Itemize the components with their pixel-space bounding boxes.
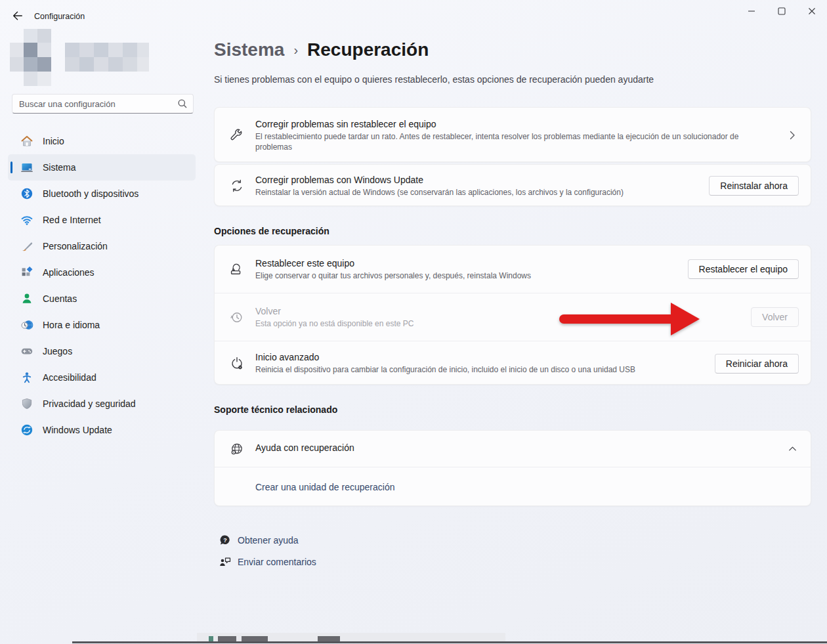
sidebar-item-sistema[interactable]: Sistema	[8, 154, 196, 181]
sidebar-item-label: Aplicaciones	[43, 267, 95, 278]
recovery-drive-link-row: Crear una unidad de recuperación	[215, 467, 811, 506]
section-label-support: Soporte técnico relacionado	[214, 404, 337, 415]
get-help-icon: ?	[219, 534, 231, 546]
cutoff-window-artifact	[218, 636, 236, 641]
globe-help-icon	[229, 441, 245, 457]
row-reset-pc: Restablecer este equipo Elige conservar …	[215, 246, 811, 293]
sidebar-item-inicio[interactable]: Inicio	[8, 128, 196, 154]
cutoff-window-artifact	[318, 636, 340, 641]
card-title: Corregir problemas sin restablecer el eq…	[255, 119, 776, 129]
network-icon	[20, 213, 34, 227]
recovery-options-group: Restablecer este equipo Elige conservar …	[214, 245, 811, 385]
create-recovery-drive-link[interactable]: Crear una unidad de recuperación	[255, 482, 394, 492]
go-back-button[interactable]: Volver	[751, 307, 799, 327]
sync-icon	[229, 178, 245, 194]
support-group: Ayuda con recuperación Crear una unidad …	[214, 430, 811, 506]
sidebar-item-label: Inicio	[43, 136, 64, 146]
cutoff-window-edge	[72, 641, 827, 643]
sidebar-item-accesibilidad[interactable]: Accesibilidad	[8, 364, 196, 391]
bluetooth-icon	[20, 186, 34, 201]
row-go-back: Volver Esta opción ya no está disponible…	[215, 293, 811, 341]
sidebar-nav: Inicio Sistema Bluetooth y dispositivos …	[0, 128, 203, 443]
app-title: Configuración	[34, 12, 85, 21]
card-fix-without-reset[interactable]: Corregir problemas sin restablecer el eq…	[214, 107, 811, 162]
advanced-startup-icon	[229, 356, 245, 372]
sidebar-item-aplicaciones[interactable]: Aplicaciones	[8, 259, 196, 286]
restart-now-button[interactable]: Reiniciar ahora	[715, 354, 799, 374]
send-feedback-link[interactable]: Enviar comentarios	[214, 551, 316, 572]
maximize-icon	[778, 7, 786, 15]
sidebar-item-label: Accesibilidad	[43, 372, 96, 383]
sidebar-item-label: Privacidad y seguridad	[43, 398, 136, 409]
footer-link-label: Obtener ayuda	[238, 535, 299, 546]
main-content: Sistema › Recuperación Si tienes problem…	[203, 30, 827, 644]
sidebar-item-cuentas[interactable]: Cuentas	[8, 286, 196, 312]
sidebar-item-privacidad[interactable]: Privacidad y seguridad	[8, 391, 196, 417]
reset-pc-button[interactable]: Restablecer el equipo	[688, 259, 799, 279]
sidebar-item-label: Hora e idioma	[43, 320, 100, 330]
row-description: Esta opción ya no está disponible en est…	[255, 318, 742, 329]
cutoff-window-artifact	[242, 636, 268, 641]
sidebar-item-label: Red e Internet	[43, 215, 101, 225]
home-icon	[20, 134, 34, 148]
back-button[interactable]	[9, 9, 26, 23]
row-description: Elige conservar o quitar tus archivos pe…	[255, 270, 679, 281]
games-icon	[20, 344, 34, 358]
search-input[interactable]	[12, 94, 194, 114]
history-icon	[229, 309, 245, 325]
breadcrumb-separator-icon: ›	[293, 43, 298, 58]
sidebar-item-label: Personalización	[43, 241, 108, 251]
wrench-icon	[229, 127, 245, 143]
page-title: Recuperación	[307, 39, 429, 60]
row-title: Restablecer este equipo	[255, 258, 679, 268]
close-icon	[808, 7, 816, 15]
accessibility-icon	[20, 370, 34, 385]
apps-icon	[20, 265, 34, 280]
sidebar-item-label: Cuentas	[43, 293, 77, 304]
footer-links: ? Obtener ayuda Enviar comentarios	[214, 529, 316, 572]
maximize-button[interactable]	[767, 0, 797, 22]
sidebar-item-red[interactable]: Red e Internet	[8, 207, 196, 233]
title-bar: Configuración	[0, 0, 827, 30]
sidebar-item-windows-update[interactable]: Windows Update	[8, 417, 196, 443]
accounts-icon	[20, 291, 34, 306]
expander-title: Ayuda con recuperación	[255, 442, 776, 453]
close-button[interactable]	[797, 0, 827, 22]
privacy-icon	[20, 397, 34, 411]
sidebar-item-hora[interactable]: Hora e idioma	[8, 312, 196, 338]
reinstall-now-button[interactable]: Reinstalar ahora	[709, 176, 799, 196]
sidebar-item-personalizacion[interactable]: Personalización	[8, 233, 196, 259]
sidebar-item-label: Juegos	[43, 346, 72, 356]
get-help-link[interactable]: ? Obtener ayuda	[214, 529, 316, 551]
sidebar: Inicio Sistema Bluetooth y dispositivos …	[0, 30, 203, 644]
sidebar-item-label: Bluetooth y dispositivos	[43, 188, 138, 199]
minimize-icon	[748, 7, 755, 15]
breadcrumb-parent[interactable]: Sistema	[214, 39, 284, 60]
row-title: Volver	[255, 306, 742, 316]
help-expander[interactable]: Ayuda con recuperación	[215, 431, 811, 467]
back-arrow-icon	[12, 10, 24, 22]
page-subtitle: Si tienes problemas con el equipo o quie…	[214, 74, 654, 85]
selected-accent-bar	[11, 161, 12, 173]
sidebar-item-juegos[interactable]: Juegos	[8, 338, 196, 364]
windows-update-icon	[20, 423, 34, 437]
card-description: El restablecimiento puede tardar un rato…	[255, 131, 776, 152]
time-language-icon	[20, 318, 34, 332]
personalization-icon	[20, 239, 34, 253]
chevron-right-icon	[786, 130, 799, 140]
cutoff-window-artifact	[209, 636, 213, 641]
sidebar-item-label: Windows Update	[43, 425, 112, 435]
chevron-up-icon	[786, 444, 799, 454]
row-description: Reinicia el dispositivo para cambiar la …	[255, 364, 706, 375]
sidebar-item-bluetooth[interactable]: Bluetooth y dispositivos	[8, 181, 196, 207]
card-description: Reinstalar la versión actual de Windows …	[255, 187, 700, 198]
svg-text:?: ?	[223, 536, 227, 543]
row-advanced-startup: Inicio avanzado Reinicia el dispositivo …	[215, 341, 811, 385]
footer-link-label: Enviar comentarios	[238, 557, 316, 567]
search-box	[12, 94, 194, 114]
card-title: Corregir problemas con Windows Update	[255, 175, 700, 185]
minimize-button[interactable]	[736, 0, 767, 22]
sidebar-item-label: Sistema	[43, 162, 76, 173]
section-label-recovery: Opciones de recuperación	[214, 226, 329, 236]
blurred-profile	[10, 29, 149, 87]
